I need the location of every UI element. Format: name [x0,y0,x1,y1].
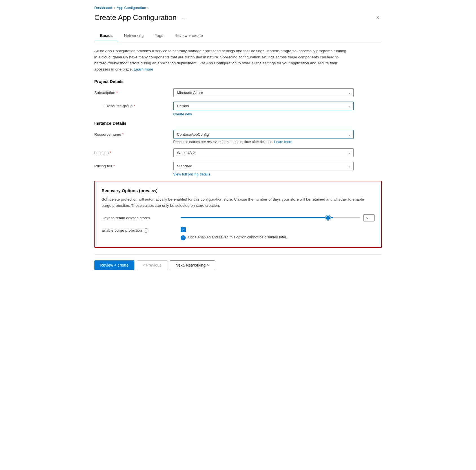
page-title: Create App Configuration [94,13,177,22]
rg-required: * [134,104,135,108]
subscription-dropdown-wrapper: Microsoft Azure ⌄ [173,88,354,97]
recovery-options-box: Recovery Options (preview) Soft delete p… [94,181,382,247]
project-details-section: Project Details Subscription * Microsoft… [94,79,382,116]
subscription-label: Subscription * [94,88,173,95]
resource-name-select[interactable]: ContosoAppConfig [173,130,354,139]
close-button[interactable]: × [374,13,382,22]
pricing-required: * [113,164,115,168]
page-description: Azure App Configuration provides a servi… [94,48,348,72]
pricing-tier-input-area: Standard ⌄ View full pricing details [173,162,354,176]
purge-checkbox-wrapper: ✓ [181,227,375,232]
location-label: Location * [94,148,173,155]
pricing-tier-dropdown-wrapper: Standard ⌄ [173,162,354,170]
location-input-area: West US 2 ⌄ [173,148,354,157]
project-details-title: Project Details [94,79,382,84]
days-retain-label: Days to retain deleted stores [102,216,181,220]
pricing-tier-select[interactable]: Standard [173,162,354,170]
page-title-area: Create App Configuration ... [94,13,188,22]
slider-area [181,214,375,221]
breadcrumb-sep-1: › [114,6,115,10]
recovery-options-title: Recovery Options (preview) [102,188,375,193]
resource-name-row: Resource name * ContosoAppConfig ⌄ Resou… [94,130,382,144]
tab-networking[interactable]: Networking [118,30,149,41]
subscription-required: * [116,91,118,95]
resource-name-learn-more[interactable]: Learn more [274,140,292,144]
tab-bar: Basics Networking Tags Review + create [94,30,382,41]
purge-info-circle-icon: i [181,235,186,240]
days-retain-slider[interactable] [181,217,360,218]
bottom-action-bar: Review + create < Previous Next: Network… [94,254,382,276]
resource-group-label-area: └ Resource group * [94,102,173,108]
pricing-tier-row: Pricing tier * Standard ⌄ View full pric… [94,162,382,176]
tab-review-create[interactable]: Review + create [169,30,209,41]
subscription-input-area: Microsoft Azure ⌄ [173,88,354,97]
resource-group-select[interactable]: Demos [173,102,354,110]
recovery-options-desc: Soft delete protection will automaticall… [102,196,375,208]
breadcrumb-dashboard[interactable]: Dashboard [94,6,112,10]
resource-name-input-area: ContosoAppConfig ⌄ Resource names are re… [173,130,354,144]
review-create-button[interactable]: Review + create [94,260,135,270]
resource-group-row: └ Resource group * Demos ⌄ Create new [94,102,382,116]
subscription-row: Subscription * Microsoft Azure ⌄ [94,88,382,97]
purge-protection-row: Enable purge protection i ✓ i Once enabl… [102,227,375,240]
location-dropdown-wrapper: West US 2 ⌄ [173,148,354,157]
resource-group-label: Resource group [105,104,132,108]
subscription-select[interactable]: Microsoft Azure [173,88,354,97]
resource-group-input-area: Demos ⌄ Create new [173,102,354,116]
view-pricing-link[interactable]: View full pricing details [173,172,354,176]
instance-details-title: Instance Details [94,121,382,126]
location-row: Location * West US 2 ⌄ [94,148,382,157]
days-retain-row: Days to retain deleted stores [102,214,375,221]
tab-tags[interactable]: Tags [149,30,169,41]
purge-checkbox-area: ✓ i Once enabled and saved this option c… [181,227,375,240]
next-networking-button[interactable]: Next: Networking > [170,260,215,270]
location-select[interactable]: West US 2 [173,148,354,157]
purge-protection-label: Enable purge protection i [102,227,181,233]
resource-name-required: * [122,132,124,137]
purge-info-icon[interactable]: i [144,228,148,233]
resource-group-dropdown-wrapper: Demos ⌄ [173,102,354,110]
breadcrumb: Dashboard › App Configuration › [94,6,382,10]
create-new-rg-link[interactable]: Create new [173,112,354,116]
pricing-tier-label: Pricing tier * [94,162,173,168]
breadcrumb-app-config[interactable]: App Configuration [117,6,146,10]
resource-name-hint: Resource names are reserved for a period… [173,140,354,144]
previous-button[interactable]: < Previous [137,260,167,270]
ellipsis-button[interactable]: ... [179,14,188,22]
page-header: Create App Configuration ... × [94,13,382,22]
purge-notice: i Once enabled and saved this option can… [181,235,375,240]
resource-name-label: Resource name * [94,130,173,137]
purge-checkbox[interactable]: ✓ [181,227,186,232]
location-required: * [110,151,111,155]
tab-basics[interactable]: Basics [94,30,118,41]
breadcrumb-sep-2: › [148,6,149,10]
description-learn-more[interactable]: Learn more [134,67,153,71]
resource-name-dropdown-wrapper: ContosoAppConfig ⌄ [173,130,354,139]
days-retain-value-input[interactable] [363,214,375,221]
instance-details-section: Instance Details Resource name * Contoso… [94,121,382,176]
